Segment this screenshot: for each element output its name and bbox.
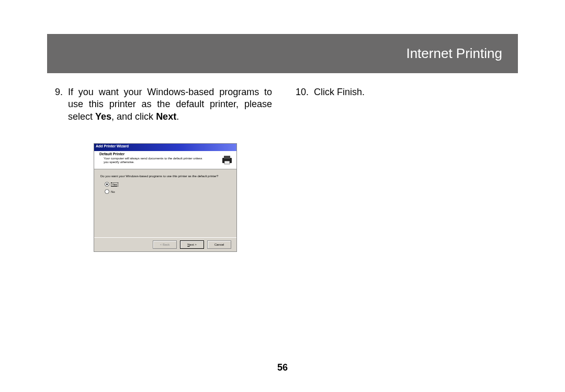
section-header: Internet Printing bbox=[47, 34, 518, 73]
wizard-header-title: Default Printer bbox=[99, 152, 125, 156]
next-button[interactable]: Next > bbox=[180, 240, 204, 249]
step-9: 9. If you want your Windows-based progra… bbox=[47, 86, 272, 123]
cancel-button[interactable]: Cancel bbox=[207, 240, 231, 249]
radio-no-label: No bbox=[111, 190, 115, 193]
svg-rect-2 bbox=[224, 161, 230, 164]
radio-yes-label: Yes bbox=[111, 182, 118, 187]
step-9-number: 9. bbox=[47, 86, 68, 123]
section-title: Internet Printing bbox=[406, 45, 502, 62]
radio-yes-input[interactable] bbox=[105, 182, 109, 187]
wizard-figure: Add Printer Wizard Default Printer Your … bbox=[94, 144, 236, 251]
step-10-number: 10. bbox=[293, 86, 314, 98]
content-columns: 9. If you want your Windows-based progra… bbox=[47, 86, 518, 251]
printer-icon bbox=[221, 154, 233, 166]
wizard-header: Default Printer Your computer will alway… bbox=[94, 151, 236, 169]
step-10-text: Click Finish. bbox=[314, 86, 518, 98]
wizard-question: Do you want your Windows-based programs … bbox=[100, 175, 218, 178]
wizard-titlebar: Add Printer Wizard bbox=[94, 144, 236, 151]
wizard-footer: < Back Next > Cancel bbox=[94, 237, 236, 251]
radio-no[interactable]: No bbox=[105, 189, 115, 194]
wizard-body: Do you want your Windows-based programs … bbox=[94, 169, 236, 237]
page-number: 56 bbox=[0, 362, 565, 373]
step-9-text: If you want your Windows-based programs … bbox=[68, 86, 272, 123]
svg-rect-1 bbox=[224, 156, 230, 159]
wizard-header-subtitle: Your computer will always send documents… bbox=[104, 157, 206, 164]
radio-no-input[interactable] bbox=[105, 189, 109, 194]
left-column: 9. If you want your Windows-based progra… bbox=[47, 86, 272, 251]
back-button[interactable]: < Back bbox=[153, 240, 177, 249]
right-column: 10. Click Finish. bbox=[293, 86, 518, 251]
step-10: 10. Click Finish. bbox=[293, 86, 518, 98]
radio-yes[interactable]: Yes bbox=[105, 182, 118, 187]
